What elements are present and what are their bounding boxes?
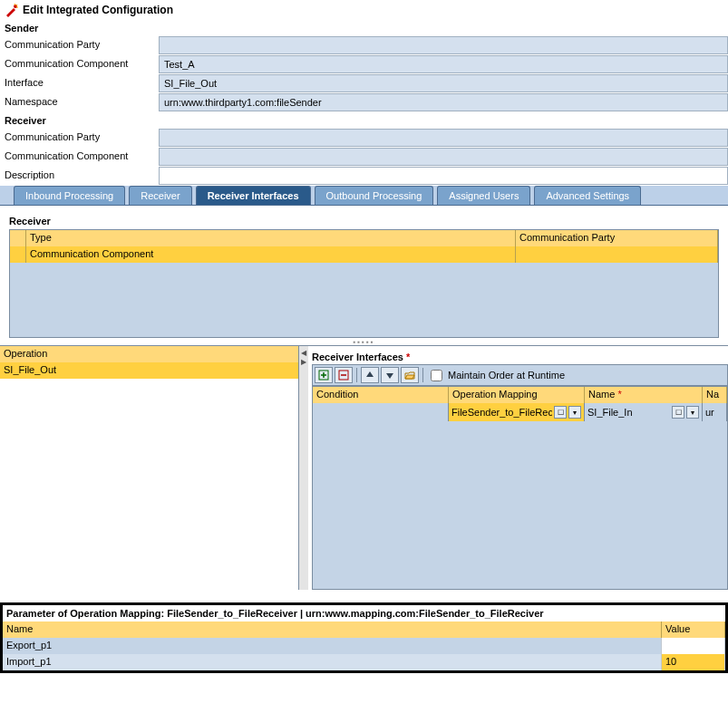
operation-header: Operation (0, 346, 298, 362)
ri-cell-opmap-text: FileSender_to_FileRec (451, 407, 552, 418)
receiver-description-field[interactable] (159, 167, 728, 185)
param-value-export[interactable] (662, 638, 725, 654)
split-pane: Operation SI_File_Out ◀ ▶ Receiver Inter… (0, 345, 728, 590)
tab-outbound-processing[interactable]: Outbound Processing (315, 186, 434, 205)
value-help-icon[interactable]: ☐ (672, 406, 684, 419)
param-row-export[interactable]: Export_p1 (3, 638, 725, 654)
ri-col-condition[interactable]: Condition (313, 387, 449, 403)
sender-comm-party-field[interactable] (159, 36, 728, 54)
value-help-icon[interactable]: ☐ (554, 406, 567, 419)
receiver-row-corner[interactable] (10, 246, 26, 263)
receiver-comm-comp-field[interactable] (159, 148, 728, 166)
receiver-section-label: Receiver (0, 112, 728, 129)
move-up-button[interactable] (361, 367, 379, 383)
splitter-right-icon[interactable]: ▶ (300, 359, 307, 366)
required-icon: * (406, 352, 410, 362)
parameter-box: Parameter of Operation Mapping: FileSend… (0, 602, 728, 673)
receiver-table-header: Type Communication Party (10, 230, 718, 246)
ri-cell-condition[interactable] (313, 403, 449, 421)
receiver-row-party[interactable] (516, 246, 718, 263)
tab-inbound-processing[interactable]: Inbound Processing (14, 186, 125, 205)
open-button[interactable] (401, 367, 419, 383)
vertical-splitter[interactable]: ◀ ▶ (299, 346, 308, 590)
receiver-interfaces-pane: Receiver Interfaces * Maintain Order at … (308, 346, 728, 590)
sender-section-label: Sender (0, 20, 728, 36)
tab-strip: Inbound Processing Receiver Receiver Int… (0, 186, 728, 206)
horizontal-splitter[interactable]: ▪▪▪▪▪ (0, 338, 728, 345)
ri-col-ns[interactable]: Na (703, 387, 727, 403)
ri-cell-ns[interactable]: ur (703, 403, 727, 421)
parameter-header: Name Value (3, 621, 725, 638)
receiver-row-type[interactable]: Communication Component (26, 246, 516, 263)
ri-cell-name-text: SI_File_In (587, 407, 670, 418)
ri-cell-opmap[interactable]: FileSender_to_FileRec ☐ ▾ (449, 403, 585, 421)
ri-table-header: Condition Operation Mapping Name * Na (313, 387, 727, 403)
ri-table-row[interactable]: FileSender_to_FileRec ☐ ▾ SI_File_In ☐ ▾… (313, 403, 727, 421)
toolbar-separator-2 (422, 368, 423, 382)
receiver-description-label: Description (0, 167, 159, 185)
receiver-comm-comp-label: Communication Component (0, 148, 159, 166)
window-title: Edit Integrated Configuration (23, 4, 173, 16)
param-col-value[interactable]: Value (662, 621, 725, 638)
tab-advanced-settings[interactable]: Advanced Settings (534, 186, 641, 205)
dropdown-icon[interactable]: ▾ (686, 406, 699, 419)
maintain-order-label: Maintain Order at Runtime (448, 370, 565, 381)
ri-toolbar: Maintain Order at Runtime (312, 364, 728, 386)
move-down-button[interactable] (381, 367, 399, 383)
operation-body (0, 379, 298, 590)
receiver-table-row[interactable]: Communication Component (10, 246, 718, 263)
receiver-box-label: Receiver (9, 213, 719, 229)
tab-receiver[interactable]: Receiver (129, 186, 191, 205)
parameter-title: Parameter of Operation Mapping: FileSend… (3, 605, 725, 621)
ri-table: Condition Operation Mapping Name * Na Fi… (312, 386, 728, 590)
ri-col-name[interactable]: Name * (585, 387, 703, 403)
window-title-bar: Edit Integrated Configuration (0, 0, 728, 20)
ri-title-text: Receiver Interfaces (312, 352, 403, 362)
ri-title: Receiver Interfaces * (312, 350, 728, 364)
maintain-order-checkbox[interactable] (431, 370, 442, 381)
param-col-name[interactable]: Name (3, 621, 662, 638)
receiver-comm-party-field[interactable] (159, 129, 728, 147)
ri-cell-name[interactable]: SI_File_In ☐ ▾ (585, 403, 703, 421)
sender-interface-field[interactable]: SI_File_Out (159, 74, 728, 92)
tab-assigned-users[interactable]: Assigned Users (437, 186, 530, 205)
receiver-table-corner (10, 230, 26, 246)
receiver-col-party[interactable]: Communication Party (516, 230, 718, 246)
required-icon: * (617, 389, 621, 400)
wand-icon (5, 3, 19, 17)
param-row-import[interactable]: Import_p1 10 (3, 654, 725, 670)
sender-comm-comp-label: Communication Component (0, 55, 159, 73)
ri-col-opmap[interactable]: Operation Mapping (449, 387, 585, 403)
operation-pane: Operation SI_File_Out (0, 346, 299, 590)
ri-col-name-text: Name (588, 389, 615, 400)
toolbar-separator (356, 368, 357, 382)
sender-namespace-field[interactable]: urn:www.thirdparty1.com:fileSender (159, 93, 728, 111)
receiver-table: Type Communication Party Communication C… (9, 229, 719, 338)
tab-receiver-interfaces[interactable]: Receiver Interfaces (196, 186, 311, 205)
param-name-import: Import_p1 (3, 654, 662, 670)
sender-comm-party-label: Communication Party (0, 36, 159, 54)
receiver-comm-party-label: Communication Party (0, 129, 159, 147)
add-row-button[interactable] (315, 367, 333, 383)
receiver-box: Receiver Type Communication Party Commun… (9, 213, 719, 338)
param-name-export: Export_p1 (3, 638, 662, 654)
delete-row-button[interactable] (335, 367, 353, 383)
splitter-left-icon[interactable]: ◀ (300, 350, 307, 357)
sender-namespace-label: Namespace (0, 93, 159, 111)
sender-comm-comp-field[interactable]: Test_A (159, 55, 728, 73)
dropdown-icon[interactable]: ▾ (568, 406, 581, 419)
sender-interface-label: Interface (0, 74, 159, 92)
operation-row[interactable]: SI_File_Out (0, 362, 298, 379)
param-value-import[interactable]: 10 (662, 654, 725, 670)
receiver-col-type[interactable]: Type (26, 230, 516, 246)
